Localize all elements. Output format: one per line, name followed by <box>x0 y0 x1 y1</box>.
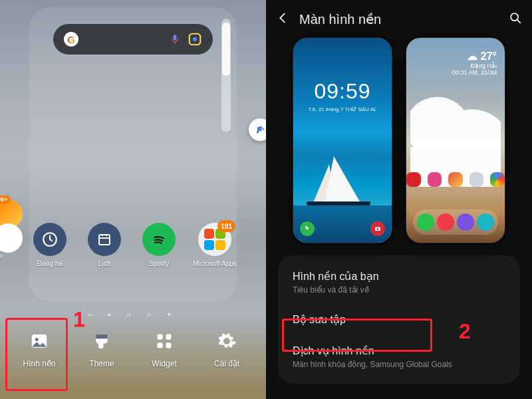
svg-point-2 <box>193 37 197 41</box>
search-button[interactable] <box>508 11 523 28</box>
app-microsoft[interactable]: 191 Microsoft Apps <box>194 223 236 267</box>
svg-rect-10 <box>166 334 171 340</box>
svg-point-13 <box>511 13 518 21</box>
app-icon <box>490 172 505 187</box>
wallpaper-service-option[interactable]: Dịch vụ hình nền Màn hình khóa động, Sam… <box>278 335 520 378</box>
peek-app-icon <box>0 223 23 253</box>
svg-rect-0 <box>174 43 176 44</box>
dock-icon <box>477 213 494 231</box>
widgets-icon <box>153 330 176 352</box>
app-icon <box>448 172 463 187</box>
home-app-row <box>406 172 505 187</box>
option-subtitle: Màn hình khóa động, Samsung Global Goals <box>293 360 505 369</box>
gallery-option[interactable]: Bộ sưu tập <box>278 304 520 335</box>
brush-icon <box>90 330 113 352</box>
widget-button[interactable]: Widget <box>136 323 193 374</box>
toolbar-label: Cài đặt <box>214 359 239 368</box>
header: Màn hình nền <box>266 0 532 35</box>
app-row: Đồng hồ Lịch Spotify <box>30 223 236 267</box>
toolbar-label: Widget <box>152 359 176 368</box>
app-label: Đồng hồ <box>37 260 63 267</box>
google-search-bar[interactable]: G <box>53 24 213 55</box>
home-editor-panel: G Đồng hồ <box>0 0 266 399</box>
camera-icon <box>370 221 385 236</box>
dock-icon <box>417 213 434 231</box>
notification-badge: 999+ <box>0 196 11 203</box>
music-toggle-icon[interactable] <box>249 118 266 141</box>
toolbar-label: Hình nền <box>23 359 55 368</box>
notification-badge: 191 <box>217 220 235 232</box>
app-icon <box>428 172 442 187</box>
home-screen-preview[interactable]: G Đồng hồ <box>30 8 236 301</box>
toolbar-label: Theme <box>89 359 114 368</box>
calendar-icon <box>88 223 121 256</box>
app-calendar[interactable]: Lịch <box>84 223 124 267</box>
dock-icon <box>437 213 454 231</box>
app-spotify[interactable]: Spotify <box>139 223 179 267</box>
app-label: Microsoft Apps <box>193 260 236 267</box>
dock-icon <box>457 213 474 231</box>
scrollbar[interactable] <box>221 19 231 132</box>
app-clock[interactable]: Đồng hồ <box>30 223 70 267</box>
options-card: Hình nền của bạn Tiêu biểu và đã tải về … <box>278 255 520 384</box>
app-label: Spotify <box>149 260 170 267</box>
svg-rect-11 <box>158 342 163 348</box>
back-button[interactable] <box>275 11 290 28</box>
option-title: Dịch vụ hình nền <box>293 344 505 357</box>
home-dock <box>413 209 498 235</box>
clock-icon <box>33 223 66 256</box>
phone-icon <box>300 221 315 236</box>
page-indicator: – ▪ ○ ○ + <box>88 310 178 319</box>
peek-label: igle <box>0 253 23 259</box>
wallpaper-button[interactable]: Hình nền <box>11 323 68 374</box>
home-editor-toolbar: Hình nền Theme Widget Cài đặt <box>0 318 266 399</box>
svg-point-15 <box>377 228 379 230</box>
svg-rect-9 <box>158 334 163 340</box>
wallpaper-settings-panel: Màn hình nền 09:59 T.6, 21 tháng 7 THỨ S… <box>266 0 532 399</box>
microphone-icon[interactable] <box>169 33 181 45</box>
page-title: Màn hình nền <box>299 11 499 27</box>
gear-icon <box>215 330 238 352</box>
adjacent-page-peek: 999+ igle <box>0 200 23 259</box>
settings-button[interactable]: Cài đặt <box>198 323 255 374</box>
option-subtitle: Tiêu biểu và đã tải về <box>293 285 505 295</box>
step-number: 2 <box>459 319 471 344</box>
lockscreen-clock: 09:59 T.6, 21 tháng 7 THỨ SÁU AL <box>293 79 392 112</box>
lockscreen-preview[interactable]: 09:59 T.6, 21 tháng 7 THỨ SÁU AL <box>293 37 392 243</box>
option-title: Bộ sưu tập <box>293 313 505 326</box>
spotify-icon <box>142 223 176 256</box>
wallpaper-previews: 09:59 T.6, 21 tháng 7 THỨ SÁU AL ☁ 27° Đ… <box>266 35 532 255</box>
your-wallpapers-option[interactable]: Hình nền của bạn Tiêu biểu và đã tải về <box>278 261 520 304</box>
homescreen-preview[interactable]: ☁ 27° Đặng Hải 00:31 AM, 21/Jul <box>406 37 505 243</box>
svg-point-7 <box>35 338 39 341</box>
svg-rect-4 <box>99 235 110 245</box>
option-title: Hình nền của bạn <box>293 270 505 283</box>
microsoft-apps-icon: 191 <box>198 223 231 256</box>
google-lens-icon[interactable] <box>188 32 202 47</box>
weather-widget: ☁ 27° Đặng Hải 00:31 AM, 21/Jul <box>452 50 497 76</box>
step-number: 1 <box>73 307 85 332</box>
app-icon <box>406 172 421 187</box>
google-logo-icon: G <box>64 32 78 47</box>
app-label: Lịch <box>98 260 110 267</box>
svg-rect-12 <box>166 342 171 348</box>
image-icon <box>28 330 51 352</box>
svg-rect-8 <box>96 334 108 338</box>
app-icon <box>469 172 484 187</box>
preview-area: G Đồng hồ <box>0 0 266 318</box>
